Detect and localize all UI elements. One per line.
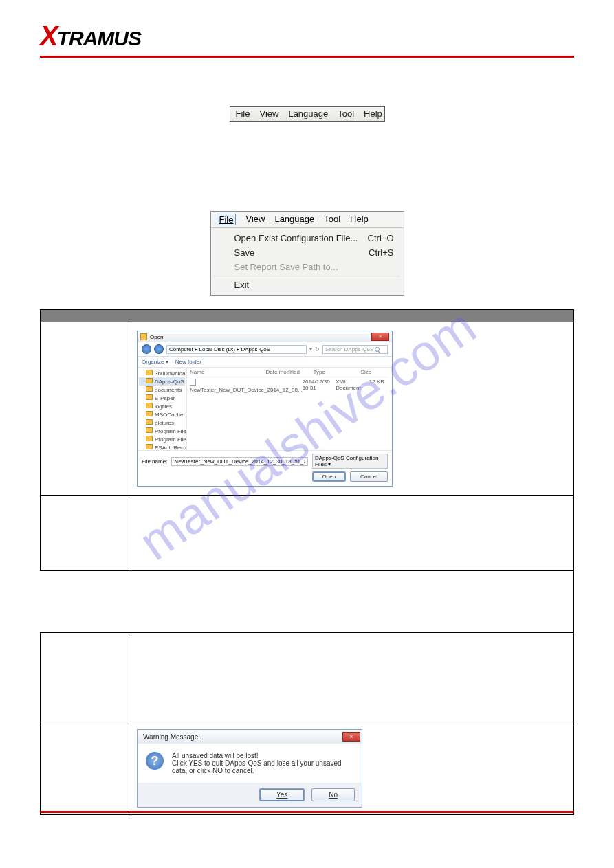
file-list[interactable]: Name Date modified Type Size NewTester_N… bbox=[187, 368, 392, 450]
menu-tool[interactable]: Tool bbox=[338, 109, 354, 119]
file-name-label: File name: bbox=[142, 458, 167, 465]
warning-dialog: Warning Message! × ? All unsaved data wi… bbox=[137, 729, 362, 808]
row-open-content-cell: Open × Computer ▸ Local Disk (D:) ▸ DApp… bbox=[131, 322, 574, 496]
question-icon: ? bbox=[146, 752, 164, 770]
brand-logo-rest: TRAMUS bbox=[57, 27, 141, 50]
row-setpath-label-cell bbox=[41, 633, 131, 722]
file-type-filter[interactable]: DApps-QoS Configuration Files ▾ bbox=[312, 454, 388, 469]
file-menu-popup: Open Exist Configuration File... Ctrl+O … bbox=[211, 227, 404, 295]
col-size[interactable]: Size bbox=[361, 369, 389, 375]
yes-button[interactable]: Yes bbox=[259, 788, 305, 801]
menu-language-2[interactable]: Language bbox=[274, 214, 314, 225]
breadcrumb[interactable]: Computer ▸ Local Disk (D:) ▸ DApps-QoS bbox=[166, 345, 307, 354]
cancel-button[interactable]: Cancel bbox=[350, 471, 388, 482]
file-menu-screenshot: File View Language Tool Help Open Exist … bbox=[210, 211, 404, 296]
menu-separator bbox=[214, 276, 401, 276]
new-folder-button[interactable]: New folder bbox=[175, 359, 201, 365]
menu-exit[interactable]: Exit bbox=[211, 278, 404, 292]
row-save-top-cell bbox=[131, 496, 574, 571]
menu-help-2[interactable]: Help bbox=[350, 214, 369, 225]
open-dialog-titlebar: Open × bbox=[138, 331, 392, 342]
search-icon bbox=[375, 347, 380, 352]
tree-item[interactable]: PSAutoRecov bbox=[139, 443, 185, 450]
tree-item[interactable]: Program File bbox=[139, 435, 185, 443]
open-dialog-title: Open bbox=[150, 334, 164, 340]
menubar-screenshot: File View Language Tool Help bbox=[230, 106, 385, 122]
tree-item[interactable]: pictures bbox=[139, 419, 185, 427]
row-exit-content-cell: Warning Message! × ? All unsaved data wi… bbox=[131, 722, 574, 815]
row-save-label-cell bbox=[41, 496, 131, 571]
col-name[interactable]: Name bbox=[190, 369, 265, 375]
organize-button[interactable]: Organize ▾ bbox=[142, 359, 168, 365]
tree-item[interactable]: E-Paper bbox=[139, 394, 185, 402]
open-file-dialog: Open × Computer ▸ Local Disk (D:) ▸ DApp… bbox=[137, 331, 393, 487]
menu-help[interactable]: Help bbox=[364, 109, 382, 119]
row-exit-label-cell bbox=[41, 722, 131, 815]
row-save-bottom-cell bbox=[41, 571, 574, 633]
tree-item[interactable]: DApps-QoS bbox=[139, 377, 185, 386]
tree-item[interactable]: documents bbox=[139, 386, 185, 394]
menu-tool-2[interactable]: Tool bbox=[324, 214, 340, 225]
warning-text: All unsaved data will be lost! Click YES… bbox=[172, 752, 353, 775]
tree-item[interactable]: 360Downloa bbox=[139, 369, 185, 377]
footer-rule bbox=[40, 811, 574, 813]
tree-item[interactable]: logfiles bbox=[139, 402, 185, 410]
menu-save[interactable]: Save Ctrl+S bbox=[211, 245, 404, 260]
table-header-bar bbox=[41, 310, 574, 322]
menu-open-config[interactable]: Open Exist Configuration File... Ctrl+O bbox=[211, 231, 404, 245]
menu-set-report-path: Set Report Save Path to... bbox=[211, 260, 404, 274]
tree-item[interactable]: Program File bbox=[139, 427, 185, 435]
row-open-label-cell bbox=[41, 322, 131, 496]
no-button[interactable]: No bbox=[311, 788, 355, 801]
menu-file[interactable]: File bbox=[236, 109, 250, 119]
file-size-cell: 12 KB bbox=[369, 379, 389, 393]
file-type-cell: XML Document bbox=[336, 379, 369, 393]
warning-title: Warning Message! bbox=[143, 733, 200, 741]
row-setpath-content-cell bbox=[131, 633, 574, 722]
menu-language[interactable]: Language bbox=[288, 109, 328, 119]
file-name-input[interactable] bbox=[171, 457, 308, 466]
folder-tree[interactable]: 360DownloaDApps-QoSdocumentsE-Paperlogfi… bbox=[138, 368, 187, 450]
menu-file-selected[interactable]: File bbox=[217, 214, 237, 225]
file-row[interactable]: NewTester_New_DUT_Device_2014_12_30... 2… bbox=[190, 377, 389, 393]
menu-view-2[interactable]: View bbox=[245, 214, 265, 225]
warning-close-icon[interactable]: × bbox=[342, 732, 360, 742]
file-date-cell: 2014/12/30 18:31 bbox=[303, 379, 336, 393]
col-type[interactable]: Type bbox=[314, 369, 361, 375]
tree-item[interactable]: MSOCache bbox=[139, 410, 185, 419]
search-input[interactable]: Search DApps-QoS bbox=[322, 345, 388, 354]
document-table: Open × Computer ▸ Local Disk (D:) ▸ DApp… bbox=[40, 309, 574, 815]
col-date[interactable]: Date modified bbox=[265, 369, 313, 375]
brand-logo-x: X bbox=[40, 21, 57, 52]
open-button[interactable]: Open bbox=[312, 471, 347, 482]
close-icon[interactable]: × bbox=[371, 333, 389, 341]
folder-icon bbox=[140, 333, 147, 340]
file-name-cell: NewTester_New_DUT_Device_2014_12_30... bbox=[190, 379, 303, 393]
nav-back-button[interactable] bbox=[142, 344, 151, 354]
header-rule bbox=[40, 56, 574, 58]
brand-logo: X TRAMUS bbox=[40, 21, 574, 52]
menu-view[interactable]: View bbox=[259, 109, 278, 119]
nav-forward-button[interactable] bbox=[154, 344, 164, 354]
